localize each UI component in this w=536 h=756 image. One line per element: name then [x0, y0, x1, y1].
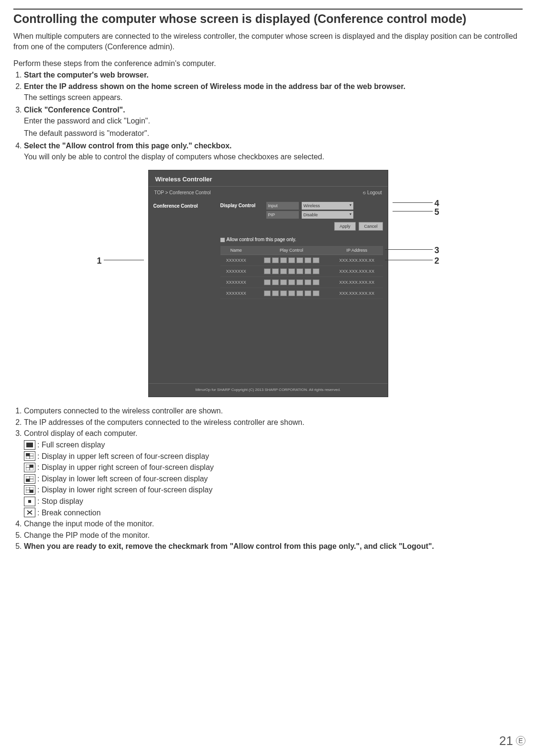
upper-right-icon[interactable]	[280, 290, 287, 296]
allow-control-label: Allow control from this page only.	[227, 236, 296, 243]
display-control-label: Display Control	[220, 202, 263, 209]
list-item: : Full screen display	[24, 440, 523, 450]
conference-control-panel: Wireless Controller TOP > Conference Con…	[148, 170, 388, 397]
full-screen-icon	[24, 440, 35, 450]
stop-icon[interactable]	[305, 257, 311, 263]
legend-1: Computers connected to the wireless cont…	[24, 406, 523, 416]
upper-left-icon	[24, 451, 35, 461]
logout-link[interactable]: ⎋ Logout	[363, 189, 382, 196]
upper-left-icon[interactable]	[272, 268, 279, 274]
step-5-head: When you are ready to exit, remove the c…	[24, 542, 434, 550]
input-select[interactable]: Wireless▾	[302, 202, 353, 210]
panel-title: Wireless Controller	[149, 170, 388, 187]
page-title: Controlling the computer whose screen is…	[13, 11, 523, 26]
intro-paragraph: When multiple computers are connected to…	[13, 31, 523, 52]
step-4-head: Select the "Allow control from this page…	[24, 142, 232, 150]
callout-3: 3	[434, 245, 439, 256]
upper-left-icon[interactable]	[272, 279, 279, 285]
stop-icon[interactable]	[305, 279, 311, 285]
svg-rect-0	[26, 443, 33, 447]
callout-2: 2	[434, 255, 439, 267]
lower-left-icon[interactable]	[288, 279, 295, 285]
list-item: : Stop display	[24, 496, 523, 507]
stop-icon	[24, 497, 35, 506]
th-name: Name	[220, 246, 252, 255]
list-item: : Display in lower left screen of four-s…	[24, 474, 523, 484]
icon-legend-text: : Display in lower right screen of four-…	[37, 485, 212, 495]
allow-control-checkbox[interactable]	[220, 238, 225, 242]
list-item: : Display in upper right screen of four-…	[24, 462, 523, 473]
cell-ip: XXX.XXX.XXX.XX	[331, 266, 383, 277]
cell-name: XXXXXXX	[220, 288, 252, 299]
lead-paragraph: Perform these steps from the conference …	[13, 58, 523, 69]
legend-2: The IP addresses of the computers connec…	[24, 417, 523, 428]
pip-label: PIP	[266, 211, 299, 219]
table-row: XXXXXXXXXX.XXX.XXX.XX	[220, 288, 383, 299]
table-row: XXXXXXXXXX.XXX.XXX.XX	[220, 255, 383, 266]
table-row: XXXXXXXXXX.XXX.XXX.XX	[220, 266, 383, 277]
th-play: Play Control	[252, 246, 331, 255]
break-icon[interactable]	[313, 290, 319, 296]
input-label: Input	[266, 202, 299, 210]
list-item: : Display in upper left screen of four-s…	[24, 451, 523, 462]
cell-name: XXXXXXX	[220, 266, 252, 277]
lower-right-icon	[24, 485, 35, 495]
svg-rect-2	[26, 453, 30, 456]
step-4-body: You will only be able to control the dis…	[24, 152, 523, 162]
icon-legend-text: : Display in lower left screen of four-s…	[37, 474, 208, 484]
legend-5: Change the PIP mode of the monitor.	[24, 530, 523, 541]
copyright-text: MirrorOp for SHARP Copyright (C) 2013 SH…	[149, 383, 388, 397]
lower-right-icon[interactable]	[296, 279, 303, 285]
lower-left-icon[interactable]	[288, 268, 295, 274]
full-screen-icon[interactable]	[264, 290, 271, 296]
upper-right-icon[interactable]	[280, 257, 287, 263]
cell-ip: XXX.XXX.XXX.XX	[331, 277, 383, 288]
sidebar-item-conference-control[interactable]: Conference Control	[153, 203, 211, 210]
full-screen-icon[interactable]	[264, 279, 271, 285]
upper-left-icon[interactable]	[272, 257, 279, 263]
full-screen-icon[interactable]	[264, 257, 271, 263]
cell-play	[252, 266, 331, 277]
cell-play	[252, 255, 331, 266]
list-item: : Break connection	[24, 508, 523, 518]
apply-button[interactable]: Apply	[334, 222, 356, 231]
lower-right-icon[interactable]	[296, 290, 303, 296]
cell-play	[252, 288, 331, 299]
lower-right-icon[interactable]	[296, 268, 303, 274]
lower-right-icon[interactable]	[296, 257, 303, 263]
break-icon[interactable]	[313, 268, 319, 274]
pip-select[interactable]: Disable▾	[302, 211, 353, 219]
icon-legend-text: : Display in upper right screen of four-…	[37, 462, 214, 473]
legend-4: Change the input mode of the monitor.	[24, 519, 523, 529]
upper-right-icon[interactable]	[280, 279, 287, 285]
computer-table: Name Play Control IP Address XXXXXXXXXX.…	[220, 246, 383, 300]
upper-left-icon[interactable]	[272, 290, 279, 296]
cancel-button[interactable]: Cancel	[359, 222, 383, 231]
lower-left-icon[interactable]	[288, 290, 295, 296]
cell-name: XXXXXXX	[220, 277, 252, 288]
upper-right-icon	[24, 463, 35, 472]
cell-play	[252, 277, 331, 288]
icon-legend-text: : Stop display	[37, 496, 83, 507]
stop-icon[interactable]	[305, 268, 311, 274]
callout-1: 1	[97, 255, 102, 267]
step-2-body: The settings screen appears.	[24, 92, 523, 103]
svg-rect-10	[26, 479, 30, 482]
cell-name: XXXXXXX	[220, 255, 252, 266]
break-icon	[24, 508, 35, 517]
icon-legend-text: : Full screen display	[37, 440, 105, 450]
break-icon[interactable]	[313, 279, 319, 285]
lower-left-icon[interactable]	[288, 257, 295, 263]
screenshot-figure: 1 4 5 3 2 Wireless Controller TOP > Conf…	[101, 170, 436, 397]
full-screen-icon[interactable]	[264, 268, 271, 274]
lower-left-icon	[24, 474, 35, 484]
upper-right-icon[interactable]	[280, 268, 287, 274]
callout-5: 5	[434, 206, 439, 218]
break-icon[interactable]	[313, 257, 319, 263]
step-3-body-2: The default password is "moderator".	[24, 128, 523, 139]
stop-icon[interactable]	[305, 290, 311, 296]
step-3-head: Click "Conference Control".	[24, 106, 125, 114]
legend-3: Control display of each computer.	[24, 428, 523, 439]
breadcrumb: TOP > Conference Control	[154, 189, 211, 196]
svg-rect-17	[28, 500, 31, 503]
